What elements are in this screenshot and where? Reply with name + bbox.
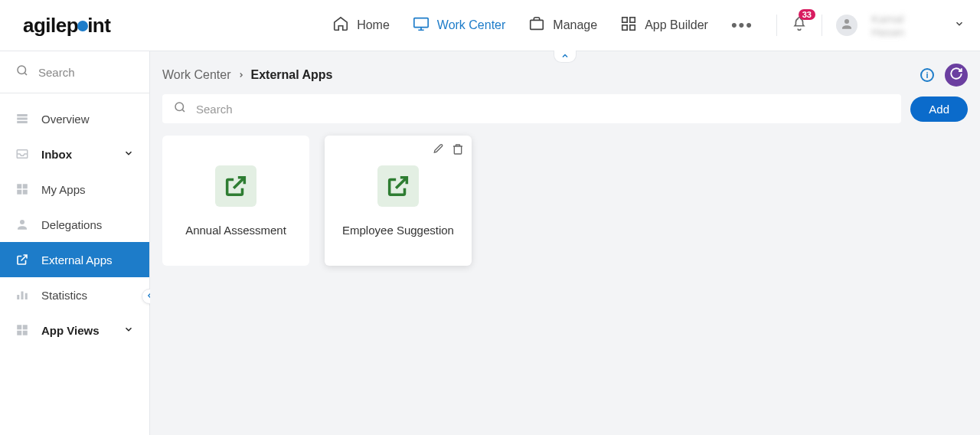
sidebar-item-label: Overview	[41, 113, 90, 126]
main-search-input[interactable]	[196, 103, 890, 116]
sidebar-item-external-apps[interactable]: External Apps	[0, 242, 149, 277]
sidebar-item-inbox[interactable]: Inbox	[0, 136, 149, 172]
chevron-down-icon	[123, 324, 134, 337]
chevron-right-icon	[237, 68, 245, 82]
breadcrumb-parent[interactable]: Work Center	[162, 68, 231, 82]
svg-rect-1	[531, 20, 544, 29]
info-icon: i	[926, 70, 928, 80]
nav-work-center[interactable]: Work Center	[413, 15, 506, 35]
svg-rect-13	[23, 184, 28, 188]
breadcrumb: Work Center External Apps	[162, 68, 333, 82]
svg-rect-0	[414, 18, 428, 28]
svg-rect-14	[17, 190, 21, 195]
app-card-employee-suggestion[interactable]: Employee Suggestion	[325, 136, 472, 266]
app-header: agilep int Home Work Center Manage	[0, 0, 980, 51]
nav-home[interactable]: Home	[332, 15, 390, 35]
svg-rect-5	[630, 25, 635, 30]
svg-rect-19	[25, 293, 28, 299]
external-link-icon	[215, 165, 256, 207]
main-search[interactable]	[162, 94, 901, 123]
card-label: Employee Suggestion	[342, 224, 454, 237]
sidebar-item-app-views[interactable]: App Views	[0, 312, 149, 348]
cards-container: Annual Assessment Employee Suggestion	[150, 136, 980, 266]
divider	[822, 15, 822, 36]
main-content: Work Center External Apps i	[150, 51, 980, 435]
svg-point-7	[18, 66, 26, 74]
sidebar-nav: Overview Inbox My Apps	[0, 93, 149, 348]
sidebar: Overview Inbox My Apps	[0, 51, 150, 435]
logo-text-suffix: int	[87, 14, 110, 38]
app-card-annual-assessment[interactable]: Annual Assessment	[162, 136, 309, 266]
top-nav: Home Work Center Manage App Builder •••	[332, 15, 753, 35]
nav-home-label: Home	[357, 18, 390, 32]
svg-point-16	[20, 220, 24, 224]
briefcase-icon	[528, 15, 545, 35]
logo-dot-icon	[77, 21, 88, 31]
info-button[interactable]: i	[920, 68, 934, 82]
sidebar-item-overview[interactable]: Overview	[0, 101, 149, 136]
search-icon	[173, 100, 187, 117]
card-actions	[432, 143, 464, 159]
more-icon: •••	[731, 17, 753, 34]
nav-manage-label: Manage	[553, 18, 597, 32]
header-right: 33 Kamal Hasan	[776, 12, 965, 38]
layout: Overview Inbox My Apps	[0, 51, 980, 435]
sidebar-search[interactable]	[0, 51, 149, 93]
notification-badge: 33	[799, 9, 815, 20]
sidebar-search-input[interactable]	[38, 66, 134, 79]
svg-rect-23	[23, 331, 28, 335]
svg-point-6	[844, 19, 849, 24]
card-label: Annual Assessment	[185, 224, 286, 237]
chevron-down-icon[interactable]	[954, 18, 965, 32]
svg-rect-21	[23, 325, 28, 329]
sidebar-item-statistics[interactable]: Statistics	[0, 277, 149, 312]
refresh-icon	[949, 67, 963, 83]
svg-rect-8	[17, 114, 28, 116]
external-link-icon	[15, 253, 29, 267]
nav-manage[interactable]: Manage	[528, 15, 597, 35]
monitor-icon	[413, 15, 430, 35]
sidebar-item-label: Statistics	[41, 289, 87, 302]
sidebar-item-label: Delegations	[41, 218, 102, 231]
breadcrumb-current: External Apps	[251, 68, 333, 82]
sidebar-item-delegations[interactable]: Delegations	[0, 207, 149, 242]
grid-icon	[620, 15, 637, 35]
svg-rect-3	[630, 18, 635, 22]
delete-button[interactable]	[452, 143, 464, 159]
search-icon	[15, 64, 29, 80]
sidebar-item-label: My Apps	[41, 183, 86, 196]
sidebar-item-label: External Apps	[41, 253, 113, 267]
notifications-button[interactable]: 33	[791, 15, 808, 35]
sidebar-item-my-apps[interactable]: My Apps	[0, 172, 149, 207]
avatar[interactable]	[836, 15, 858, 36]
view-icon	[15, 323, 29, 337]
edit-button[interactable]	[432, 143, 444, 159]
nav-work-center-label: Work Center	[437, 18, 506, 32]
nav-more[interactable]: •••	[731, 17, 753, 34]
svg-rect-9	[17, 118, 28, 120]
svg-rect-12	[17, 184, 21, 188]
bell-icon	[791, 21, 808, 34]
expand-header-button[interactable]	[554, 51, 577, 63]
toolbar: Add	[150, 94, 980, 136]
refresh-button[interactable]	[945, 64, 968, 87]
svg-rect-22	[17, 331, 21, 335]
chart-icon	[15, 288, 29, 302]
user-icon	[15, 218, 29, 231]
divider	[776, 15, 777, 36]
sidebar-item-label: Inbox	[41, 148, 72, 161]
sidebar-item-label: App Views	[41, 324, 100, 337]
apps-icon	[15, 182, 29, 196]
svg-rect-20	[17, 325, 21, 329]
overview-icon	[15, 112, 29, 126]
svg-rect-2	[622, 18, 627, 22]
nav-app-builder[interactable]: App Builder	[620, 15, 708, 35]
user-icon	[840, 17, 854, 34]
svg-point-24	[175, 103, 184, 111]
inbox-icon	[15, 147, 29, 161]
user-name: Kamal Hasan	[871, 12, 940, 38]
logo[interactable]: agilep int	[23, 14, 110, 38]
chevron-down-icon	[123, 148, 134, 161]
chevron-up-icon	[560, 50, 570, 64]
add-button[interactable]: Add	[910, 96, 968, 122]
